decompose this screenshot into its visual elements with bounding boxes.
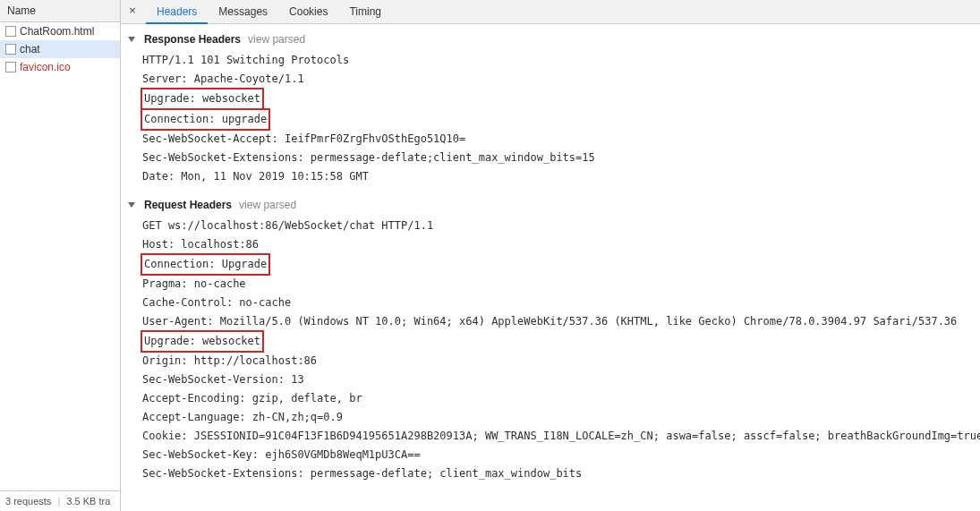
header-line: Host: localhost:86 [142, 235, 259, 254]
network-footer: 3 requests | 3.5 KB tra [0, 490, 120, 511]
footer-transfer-size: 3.5 KB tra [66, 496, 110, 507]
header-line: Pragma: no-cache [142, 275, 246, 294]
close-detail-button[interactable]: × [124, 4, 141, 20]
request-detail-panel: × HeadersMessagesCookiesTiming Response … [121, 0, 980, 511]
tab-cookies[interactable]: Cookies [278, 0, 338, 24]
header-line: Sec-WebSocket-Version: 13 [142, 370, 304, 389]
header-line: Upgrade: websocket [141, 88, 264, 110]
header-line: User-Agent: Mozilla/5.0 (Windows NT 10.0… [142, 312, 957, 331]
request-item[interactable]: chat [0, 40, 120, 58]
response-headers-title: Response Headers [144, 33, 241, 46]
header-line: Origin: http://localhost:86 [142, 352, 317, 370]
triangle-down-icon [128, 202, 135, 208]
request-name: ChatRoom.html [20, 25, 94, 38]
tab-timing[interactable]: Timing [338, 0, 392, 24]
header-line: GET ws://localhost:86/WebSocket/chat HTT… [142, 217, 433, 235]
header-line: Server: Apache-Coyote/1.1 [142, 70, 304, 89]
response-header-lines: HTTP/1.1 101 Switching ProtocolsServer: … [121, 49, 980, 195]
header-line: Sec-WebSocket-Accept: IeifPmrF0ZrgFhvOSt… [142, 130, 465, 149]
file-icon [5, 44, 16, 55]
view-parsed-link[interactable]: view parsed [248, 33, 305, 46]
footer-separator: | [54, 496, 64, 507]
tab-messages[interactable]: Messages [208, 0, 278, 24]
view-parsed-link[interactable]: view parsed [239, 199, 296, 211]
header-line: Date: Mon, 11 Nov 2019 10:15:58 GMT [142, 167, 369, 186]
tab-headers[interactable]: Headers [146, 0, 208, 24]
network-request-panel: Name ChatRoom.htmlchatfavicon.ico 3 requ… [0, 0, 121, 511]
file-icon [5, 26, 16, 37]
header-line: Cache-Control: no-cache [142, 294, 291, 312]
header-line: Connection: Upgrade [141, 253, 270, 276]
request-name: favicon.ico [20, 61, 71, 73]
request-list: ChatRoom.htmlchatfavicon.ico [0, 22, 120, 490]
header-line: Sec-WebSocket-Extensions: permessage-def… [142, 464, 582, 483]
header-line: Connection: upgrade [141, 108, 270, 131]
footer-requests-count: 3 requests [5, 496, 51, 507]
request-headers-toggle[interactable]: Request Headers view parsed [121, 195, 980, 215]
header-line: Upgrade: websocket [141, 330, 264, 353]
header-line: Cookie: JSESSIONID=91C04F13F1B6D94195651… [142, 427, 980, 446]
name-column-header[interactable]: Name [0, 0, 120, 22]
header-line: Accept-Encoding: gzip, deflate, br [142, 389, 362, 408]
header-line: HTTP/1.1 101 Switching Protocols [142, 51, 349, 70]
headers-body[interactable]: Response Headers view parsed HTTP/1.1 10… [121, 24, 980, 511]
request-header-lines: GET ws://localhost:86/WebSocket/chat HTT… [121, 215, 980, 492]
request-item[interactable]: favicon.ico [0, 58, 120, 76]
header-line: Sec-WebSocket-Extensions: permessage-def… [142, 149, 595, 167]
detail-tab-bar: × HeadersMessagesCookiesTiming [121, 0, 980, 24]
triangle-down-icon [128, 37, 135, 42]
response-headers-toggle[interactable]: Response Headers view parsed [121, 30, 980, 49]
request-name: chat [20, 43, 40, 55]
file-icon [5, 62, 16, 72]
header-line: Accept-Language: zh-CN,zh;q=0.9 [142, 408, 343, 427]
header-line: Sec-WebSocket-Key: ejh6S0VGMDb8WeqM1pU3C… [142, 446, 421, 464]
request-item[interactable]: ChatRoom.html [0, 22, 120, 40]
request-headers-title: Request Headers [144, 199, 232, 211]
